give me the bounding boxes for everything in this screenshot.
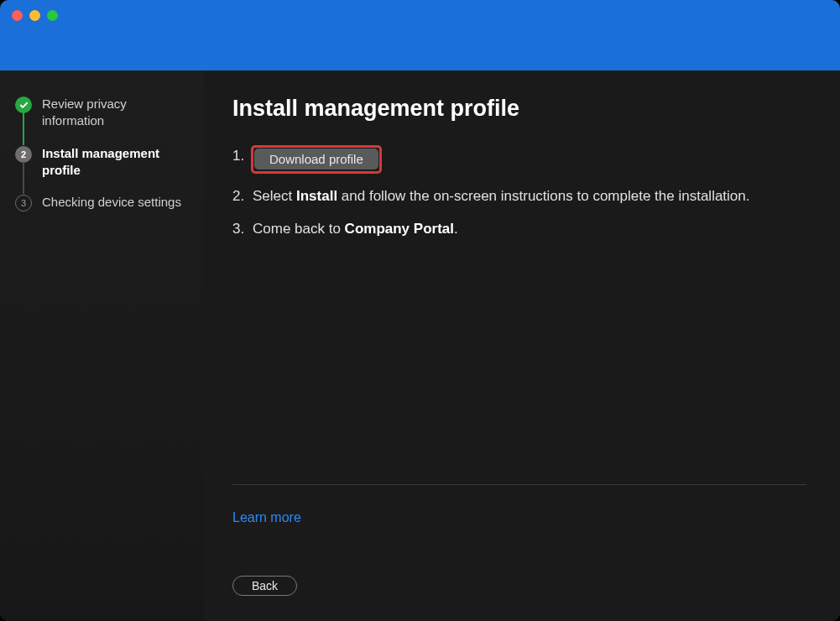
text-segment: Select (253, 188, 296, 204)
step-content: Select Install and follow the on-screen … (253, 185, 806, 207)
main-content: Install management profile 1. Download p… (204, 70, 840, 621)
step-number: 3. (232, 218, 248, 240)
titlebar (0, 0, 840, 70)
divider (232, 484, 806, 485)
footer-area: Learn more Back (232, 484, 806, 596)
text-segment: and follow the on-screen instructions to… (337, 188, 749, 204)
instructions-list: 1. Download profile 2. Select Install an… (232, 145, 806, 252)
sidebar: Review privacy information 2 Install man… (0, 70, 204, 621)
text-segment: Come back to (253, 221, 345, 237)
step-content: Download profile (253, 145, 806, 174)
bold-text: Install (296, 188, 337, 204)
download-profile-button[interactable]: Download profile (254, 149, 378, 170)
checkmark-icon (15, 97, 32, 113)
step-number-icon: 2 (15, 146, 32, 163)
step-label: Install management profile (42, 145, 189, 180)
instruction-step-3: 3. Come back to Company Portal. (232, 218, 806, 240)
minimize-window-button[interactable] (29, 10, 40, 21)
step-connector (23, 112, 24, 145)
step-list: Review privacy information 2 Install man… (15, 96, 189, 211)
zoom-window-button[interactable] (47, 10, 58, 21)
step-install-profile: 2 Install management profile (15, 145, 189, 195)
step-checking-settings: 3 Checking device settings (15, 194, 189, 211)
instruction-step-1: 1. Download profile (232, 145, 806, 174)
step-connector (23, 162, 24, 195)
step-number: 2. (232, 185, 248, 207)
step-content: Come back to Company Portal. (253, 218, 806, 240)
text-segment: . (454, 221, 458, 237)
step-label: Checking device settings (42, 194, 181, 211)
step-number: 1. (232, 145, 248, 167)
download-highlight-box: Download profile (251, 145, 382, 174)
back-button[interactable]: Back (232, 576, 297, 596)
window-body: Review privacy information 2 Install man… (0, 70, 840, 621)
step-review-privacy: Review privacy information (15, 96, 189, 145)
page-title: Install management profile (232, 96, 806, 122)
step-number-icon: 3 (15, 195, 32, 211)
traffic-lights (12, 10, 58, 21)
learn-more-link[interactable]: Learn more (232, 510, 301, 525)
bold-text: Company Portal (345, 221, 454, 237)
app-window: Review privacy information 2 Install man… (0, 0, 840, 621)
close-window-button[interactable] (12, 10, 23, 21)
step-label: Review privacy information (42, 96, 189, 130)
instruction-step-2: 2. Select Install and follow the on-scre… (232, 185, 806, 207)
